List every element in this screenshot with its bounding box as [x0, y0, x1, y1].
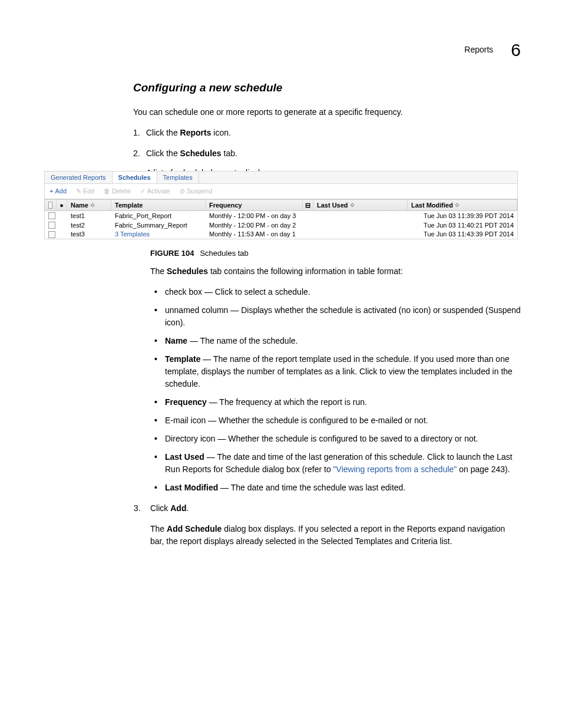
mail-icon: ⊟ — [305, 200, 310, 210]
delete-button[interactable]: 🗑Delete — [99, 186, 135, 196]
table-row[interactable]: test1 Fabric_Port_Report Monthly - 12:00… — [44, 211, 518, 220]
col-last-modified[interactable]: Last Modified◇ — [408, 200, 517, 210]
plus-icon: + — [49, 186, 53, 196]
section-heading: Configuring a new schedule — [133, 80, 521, 97]
chapter-number: 6 — [511, 37, 521, 63]
step-3: 3. Click Add. The Add Schedule dialog bo… — [150, 502, 521, 548]
bullet-template: Template — The name of the report templa… — [165, 353, 521, 390]
templates-link[interactable]: 3 Templates — [111, 229, 206, 239]
section-label: Reports — [464, 44, 493, 56]
bullet-directory: Directory icon — Whether the schedule is… — [165, 433, 521, 445]
col-frequency[interactable]: Frequency — [206, 200, 303, 210]
check-icon: ✓ — [140, 186, 146, 196]
sort-icon: ◇ — [351, 202, 354, 209]
table-header: ● Name◇ Template Frequency ⊟ Last Used◇ … — [44, 199, 518, 211]
tab-bar: Generated Reports Schedules Templates — [44, 171, 518, 184]
row-checkbox[interactable] — [48, 222, 55, 229]
add-button[interactable]: +Add — [45, 186, 71, 196]
col-email[interactable]: ⊟ — [303, 200, 313, 210]
intro-paragraph: You can schedule one or more reports to … — [133, 106, 521, 118]
col-status[interactable]: ● — [57, 200, 67, 210]
edit-button[interactable]: ✎Edit — [71, 186, 99, 196]
suspend-button[interactable]: ⊘Suspend — [175, 186, 217, 196]
bullet-frequency: Frequency — The frequency at which the r… — [165, 396, 521, 409]
activate-button[interactable]: ✓Activate — [135, 186, 175, 196]
tab-templates[interactable]: Templates — [157, 172, 199, 183]
viewing-reports-link[interactable]: "Viewing reports from a schedule" — [333, 465, 457, 474]
trash-icon: 🗑 — [104, 186, 110, 196]
sort-icon: ◇ — [455, 202, 459, 209]
bullet-email: E-mail icon — Whether the schedule is co… — [165, 414, 521, 427]
schedules-tab-desc: The Schedules tab contains the following… — [150, 265, 521, 278]
bullet-checkbox: check box — Click to select a schedule. — [165, 286, 521, 298]
page-header: Reports 6 — [464, 37, 521, 63]
toolbar: +Add ✎Edit 🗑Delete ✓Activate ⊘Suspend — [44, 184, 518, 199]
table-row[interactable]: test3 3 Templates Monthly - 11:53 AM - o… — [44, 230, 518, 239]
col-template[interactable]: Template — [111, 200, 206, 210]
tab-generated-reports[interactable]: Generated Reports — [45, 172, 113, 183]
suspend-icon: ⊘ — [180, 186, 185, 196]
row-checkbox[interactable] — [48, 212, 55, 219]
step-3-sub: The Add Schedule dialog box displays. If… — [150, 523, 521, 548]
tab-schedules[interactable]: Schedules — [113, 172, 157, 183]
bullet-last-modified: Last Modified — The date and time the sc… — [165, 482, 521, 494]
sort-icon: ◇ — [91, 202, 94, 209]
bullet-last-used: Last Used — The date and time of the las… — [165, 451, 521, 476]
row-checkbox[interactable] — [48, 231, 55, 238]
step-1: 1. Click the Reports icon. — [146, 127, 521, 139]
table-row[interactable]: test2 Fabric_Summary_Report Monthly - 12… — [44, 220, 518, 230]
col-name[interactable]: Name◇ — [67, 200, 111, 210]
col-last-used[interactable]: Last Used◇ — [313, 200, 408, 210]
col-checkbox[interactable] — [45, 200, 57, 210]
pencil-icon: ✎ — [76, 186, 81, 196]
checkbox-icon[interactable] — [48, 202, 52, 209]
bullet-name: Name — The name of the schedule. — [165, 335, 521, 347]
schedules-screenshot: Generated Reports Schedules Templates +A… — [44, 171, 518, 239]
bullet-unnamed: unnamed column — Displays whether the sc… — [165, 304, 521, 329]
figure-caption: FIGURE 104Schedules tab — [150, 248, 249, 259]
